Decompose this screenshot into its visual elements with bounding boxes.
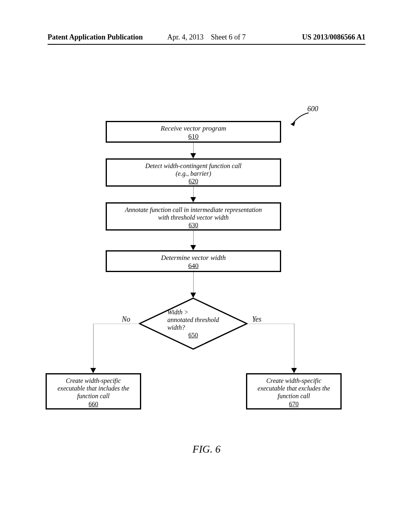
node-640-text: Determine vector width — [161, 254, 226, 262]
node-640-ref: 640 — [107, 262, 280, 270]
node-610-ref: 610 — [107, 133, 280, 141]
node-640: Determine vector width 640 — [106, 250, 281, 272]
node-670: Create width-specificexecutable that exc… — [246, 373, 342, 409]
header-date: Apr. 4, 2013 — [167, 33, 204, 41]
node-630-text: Annotate function call in intermediate r… — [125, 206, 262, 221]
arrow-630-640 — [193, 231, 194, 247]
edge-label-yes: Yes — [252, 315, 261, 324]
edge-650-670-h — [248, 324, 294, 324]
node-670-ref: 670 — [247, 400, 340, 408]
node-650-ref: 650 — [188, 331, 198, 339]
node-620-text: Detect width-contingent function call(e.… — [145, 162, 242, 177]
node-620: Detect width-contingent function call(e.… — [106, 158, 281, 187]
svg-marker-0 — [290, 122, 295, 126]
arrow-640-650 — [193, 272, 194, 294]
leader-curve — [290, 112, 313, 128]
node-630: Annotate function call in intermediate r… — [106, 202, 281, 231]
edge-650-660-v — [93, 324, 94, 370]
header-docnum: US 2013/0086566 A1 — [302, 33, 365, 42]
node-610-text: Receive vector program — [161, 125, 226, 132]
node-670-text: Create width-specificexecutable that exc… — [258, 377, 330, 399]
node-660: Create width-specificexecutable that inc… — [46, 373, 141, 409]
header-center: Apr. 4, 2013 Sheet 6 of 7 — [167, 33, 246, 42]
header-publication: Patent Application Publication — [48, 33, 143, 42]
edge-650-660-h — [93, 324, 140, 324]
header-rule — [48, 44, 365, 45]
edge-label-no: No — [122, 315, 130, 324]
arrowhead-620-630 — [190, 197, 196, 202]
node-620-ref: 620 — [107, 177, 280, 185]
patent-figure-page: Patent Application Publication Apr. 4, 2… — [0, 0, 413, 532]
arrowhead-650-670 — [291, 368, 297, 373]
node-650-text: Width >annotated thresholdwidth? — [167, 308, 219, 332]
node-610: Receive vector program 610 — [106, 121, 281, 143]
arrowhead-650-660 — [90, 368, 96, 373]
node-650: Width >annotated thresholdwidth? 650 — [139, 297, 248, 350]
arrowhead-610-620 — [190, 153, 196, 158]
edge-650-670-v — [294, 324, 294, 370]
header-sheet: Sheet 6 of 7 — [211, 33, 246, 41]
node-660-text: Create width-specificexecutable that inc… — [57, 377, 129, 399]
arrowhead-630-640 — [190, 245, 196, 250]
node-660-ref: 660 — [47, 400, 140, 408]
figure-caption: FIG. 6 — [0, 443, 413, 455]
node-630-ref: 630 — [107, 221, 280, 229]
